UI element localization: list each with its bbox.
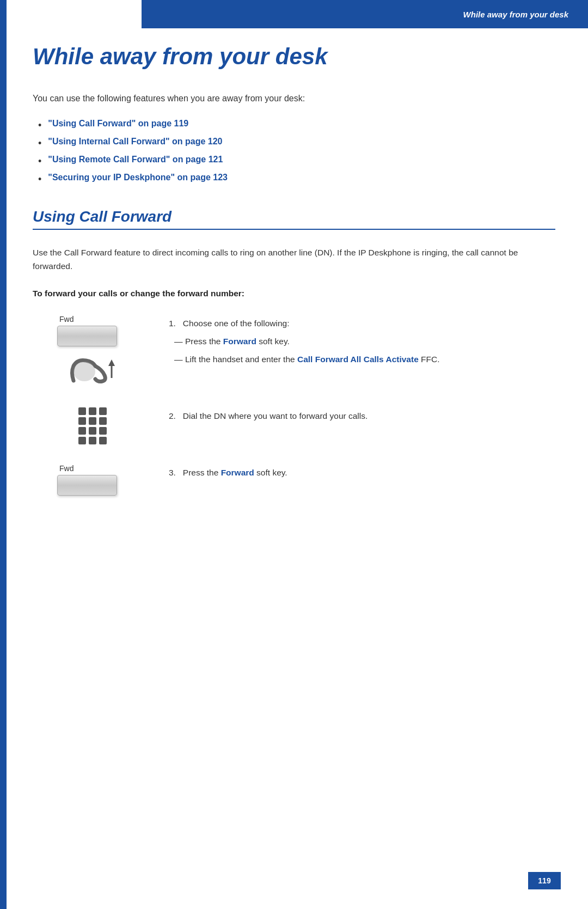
key-dot [99, 417, 107, 425]
fwd-label-3: Fwd [59, 464, 74, 473]
key-dot [78, 417, 86, 425]
header-title: While away from your desk [463, 10, 568, 19]
step-3-link: Forward [221, 468, 254, 477]
step-2-number: 2. [169, 411, 181, 420]
list-item: "Securing your IP Deskphone" on page 123 [38, 173, 555, 186]
step-1-content: 1. Choose one of the following: Press th… [169, 315, 555, 370]
step-1-image: Fwd [33, 315, 152, 388]
intro-text: You can use the following features when … [33, 91, 555, 106]
step-1-sub-1: Press the Forward soft key. [174, 335, 555, 349]
step-1-sub-1-link: Forward [223, 337, 256, 346]
fwd-button-graphic-3 [57, 475, 117, 496]
handset-icon [63, 355, 122, 388]
step-2-content: 2. Dial the DN where you want to forward… [169, 407, 555, 423]
key-dot [78, 437, 86, 444]
list-item: "Using Internal Call Forward" on page 12… [38, 137, 555, 150]
link-call-forward[interactable]: "Using Call Forward" on page 119 [48, 119, 188, 129]
key-dot [89, 417, 96, 425]
fwd-button-illustration-3: Fwd [57, 464, 128, 496]
link-remote-call-forward[interactable]: "Using Remote Call Forward" on page 121 [48, 155, 223, 164]
step-3-text-after: soft key. [254, 468, 287, 477]
step-1-sub-1-after: soft key. [256, 337, 290, 346]
step-3-content: 3. Press the Forward soft key. [169, 464, 555, 480]
link-securing-deskphone[interactable]: "Securing your IP Deskphone" on page 123 [48, 173, 228, 182]
svg-marker-2 [108, 359, 115, 366]
page-number: 119 [528, 872, 561, 889]
key-dot [78, 427, 86, 435]
list-item: "Using Remote Call Forward" on page 121 [38, 155, 555, 168]
fwd-button-illustration-1: Fwd [57, 315, 128, 346]
keypad-row-2 [78, 417, 107, 425]
link-internal-call-forward[interactable]: "Using Internal Call Forward" on page 12… [48, 137, 222, 147]
list-item: "Using Call Forward" on page 119 [38, 119, 555, 132]
step-1-row: Fwd 1 [33, 315, 555, 388]
fwd-label-1: Fwd [59, 315, 74, 324]
key-dot [89, 427, 96, 435]
step-1-number: 1. [169, 319, 181, 328]
step-1-sub-2-after: FFC. [419, 355, 440, 364]
section-desc: Use the Call Forward feature to direct i… [33, 246, 555, 273]
step-2-text: Dial the DN where you want to forward yo… [183, 411, 367, 420]
section-heading: Using Call Forward [33, 208, 555, 230]
header-bar: While away from your desk [142, 0, 588, 28]
fwd-button-graphic-1 [57, 326, 117, 346]
keypad-row-1 [78, 407, 107, 415]
key-dot [89, 407, 96, 415]
step-1-sublist: Press the Forward soft key. Lift the han… [169, 335, 555, 367]
step-1-sub-2-link: Call Forward All Calls Activate [297, 355, 419, 364]
step-1-sub-1-before: Press the [185, 337, 223, 346]
key-dot [99, 407, 107, 415]
page-title: While away from your desk [33, 44, 555, 70]
step-2-image [33, 407, 152, 444]
step-1-sub-2: Lift the handset and enter the Call Forw… [174, 353, 555, 367]
step-3-text-before: Press the [183, 468, 221, 477]
key-dot [78, 407, 86, 415]
svg-point-0 [74, 362, 95, 381]
keypad-row-4 [78, 437, 107, 444]
key-dot [99, 427, 107, 435]
step-1-intro: Choose one of the following: [183, 319, 290, 328]
step-1-sub-2-before: Lift the handset and enter the [185, 355, 297, 364]
key-dot [99, 437, 107, 444]
step-2-row: 2. Dial the DN where you want to forward… [33, 407, 555, 444]
main-content: While away from your desk You can use th… [33, 0, 555, 496]
left-accent-bar [0, 0, 7, 909]
keypad-icon [71, 407, 114, 444]
key-dot [89, 437, 96, 444]
steps-container: Fwd 1 [33, 315, 555, 496]
bold-instruction: To forward your calls or change the forw… [33, 289, 555, 298]
handset-svg [65, 356, 120, 386]
step-3-image: Fwd [33, 464, 152, 496]
link-list: "Using Call Forward" on page 119 "Using … [33, 119, 555, 187]
step-3-row: Fwd 3. Press the Forward soft key. [33, 464, 555, 496]
keypad-row-3 [78, 427, 107, 435]
step-3-number: 3. [169, 468, 181, 477]
